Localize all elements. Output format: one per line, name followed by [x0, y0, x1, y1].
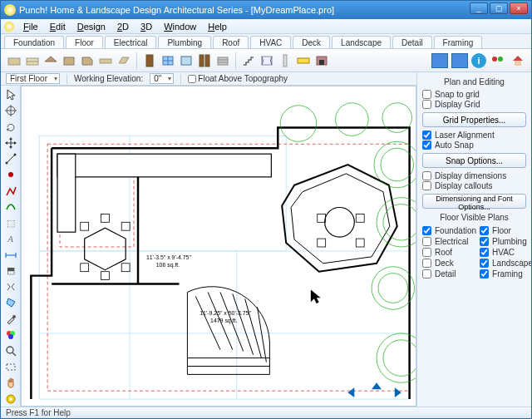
cabinet2-icon[interactable]	[79, 52, 96, 69]
tab-hvac[interactable]: HVAC	[250, 36, 291, 48]
point-tool-icon[interactable]	[2, 167, 19, 182]
tab-floor[interactable]: Floor	[66, 36, 103, 48]
break-tool-icon[interactable]	[2, 279, 19, 294]
display-dimensions-checkbox[interactable]: Display dimensions	[422, 171, 526, 180]
fill-tool-icon[interactable]	[2, 295, 19, 310]
plan-landscape-checkbox[interactable]: Landscape	[480, 259, 531, 268]
select-tool-icon[interactable]	[2, 87, 19, 102]
maximize-button[interactable]: ▢	[490, 2, 508, 14]
line-tool-icon[interactable]	[2, 151, 19, 166]
display-grid-checkbox[interactable]: Display Grid	[422, 100, 526, 109]
svg-rect-7	[146, 55, 153, 67]
svg-point-53	[9, 397, 12, 401]
zoom-tool-icon[interactable]	[2, 343, 19, 358]
tab-roof[interactable]: Roof	[213, 36, 249, 48]
floor-selector[interactable]: First Floor	[6, 73, 60, 84]
plan-framing-checkbox[interactable]: Framing	[480, 269, 531, 279]
plan-floor-checkbox[interactable]: Floor	[480, 226, 531, 235]
menu-window[interactable]: Window	[158, 22, 202, 32]
menu-file[interactable]: File	[17, 22, 44, 32]
tab-landscape[interactable]: Landscape	[332, 36, 391, 48]
curtain-icon[interactable]	[259, 52, 275, 69]
window2-icon[interactable]	[178, 52, 195, 69]
svg-rect-72	[121, 264, 130, 272]
tool-12[interactable]: ⬒	[2, 264, 19, 279]
move-tool-icon[interactable]	[2, 136, 19, 150]
measure-icon[interactable]	[295, 52, 312, 69]
window-icon[interactable]	[160, 52, 176, 69]
view-mode-2-icon[interactable]	[451, 53, 468, 68]
dimensioning-button[interactable]: Dimensioning and Font Options...	[422, 194, 526, 209]
menubar: File Edit Design 2D 3D Window Help	[1, 19, 531, 34]
cabinet-icon[interactable]	[61, 52, 77, 69]
plan-roof-checkbox[interactable]: Roof	[422, 248, 476, 257]
door-icon[interactable]	[141, 52, 158, 69]
curve-tool-icon[interactable]	[2, 200, 19, 214]
float-above-checkbox[interactable]: Float Above Topography	[188, 74, 288, 83]
plan-foundation-checkbox[interactable]: Foundation	[422, 226, 476, 235]
display-callouts-checkbox[interactable]: Display callouts	[422, 181, 526, 190]
fireplace-icon[interactable]	[313, 52, 330, 69]
tab-framing[interactable]: Framing	[434, 36, 483, 48]
svg-point-49	[7, 347, 13, 353]
tab-plumbing[interactable]: Plumbing	[158, 36, 211, 48]
svg-rect-18	[283, 55, 287, 67]
roof-tool-icon[interactable]	[42, 52, 59, 69]
svg-marker-34	[9, 146, 12, 149]
working-elevation-value[interactable]: 0"	[150, 73, 174, 84]
garage-icon[interactable]	[214, 52, 231, 69]
tab-deck[interactable]: Deck	[293, 36, 330, 48]
text-tool-icon[interactable]: A	[2, 231, 19, 246]
tab-foundation[interactable]: Foundation	[4, 36, 64, 48]
svg-rect-12	[200, 55, 204, 67]
drawing-canvas[interactable]: 11'-3.5" x 9'-4.75" 106 sq.ft. 11'-9.25"…	[21, 86, 416, 407]
plan-electrical-checkbox[interactable]: Electrical	[422, 237, 476, 246]
svg-point-68	[325, 207, 355, 237]
plan-deck-checkbox[interactable]: Deck	[422, 259, 476, 268]
stairs-icon[interactable]	[240, 52, 257, 69]
right-panel: Plan and Editing Snap to grid Display Gr…	[416, 72, 531, 407]
object-toolbar: i	[1, 49, 531, 72]
plan-plumbing-checkbox[interactable]: Plumbing	[480, 237, 531, 246]
path-tool-icon[interactable]	[2, 184, 19, 199]
column-icon[interactable]	[277, 52, 293, 69]
room1-dim: 11'-3.5" x 9'-4.75"	[146, 254, 192, 260]
view-mode-1-icon[interactable]	[431, 53, 448, 68]
house-icon[interactable]	[510, 52, 526, 69]
svg-rect-62	[57, 154, 76, 232]
plan-hvac-checkbox[interactable]: HVAC	[480, 248, 531, 257]
dimension-tool-icon[interactable]	[2, 248, 19, 263]
tool-18[interactable]	[2, 359, 19, 374]
menu-edit[interactable]: Edit	[44, 22, 71, 32]
minimize-button[interactable]: _	[470, 2, 488, 14]
wall-tool2-icon[interactable]	[24, 52, 41, 69]
auto-snap-checkbox[interactable]: Auto Snap	[422, 140, 526, 150]
people-icon[interactable]	[490, 52, 506, 69]
tool-9[interactable]: ⬚	[2, 215, 19, 230]
menu-design[interactable]: Design	[71, 22, 111, 32]
plan-detail-checkbox[interactable]: Detail	[422, 269, 476, 279]
snap-to-grid-checkbox[interactable]: Snap to grid	[422, 90, 526, 99]
floor-icon[interactable]	[116, 52, 132, 69]
wall-tool-icon[interactable]	[6, 52, 22, 69]
menu-help[interactable]: Help	[202, 22, 233, 32]
color-tool-icon[interactable]	[2, 328, 19, 343]
snap-options-button[interactable]: Snap Options...	[422, 153, 526, 168]
pan-tool-icon[interactable]	[2, 103, 19, 118]
grid-properties-button[interactable]: Grid Properties...	[422, 112, 526, 127]
eyedrop-tool-icon[interactable]	[2, 312, 19, 327]
tab-detail[interactable]: Detail	[392, 36, 432, 48]
hand-tool-icon[interactable]	[2, 376, 19, 391]
close-button[interactable]: ×	[510, 2, 528, 14]
tab-electrical[interactable]: Electrical	[105, 36, 157, 48]
rotate-tool-icon[interactable]	[2, 120, 19, 135]
counter-icon[interactable]	[97, 52, 114, 69]
info-icon[interactable]: i	[471, 53, 486, 68]
laser-alignment-checkbox[interactable]: Laser Alignment	[422, 131, 526, 140]
door-double-icon[interactable]	[196, 52, 213, 69]
svg-rect-76	[356, 214, 364, 222]
menu-2d[interactable]: 2D	[111, 22, 135, 32]
settings-tool-icon[interactable]	[2, 392, 19, 407]
svg-rect-78	[356, 239, 364, 247]
menu-3d[interactable]: 3D	[135, 22, 158, 32]
